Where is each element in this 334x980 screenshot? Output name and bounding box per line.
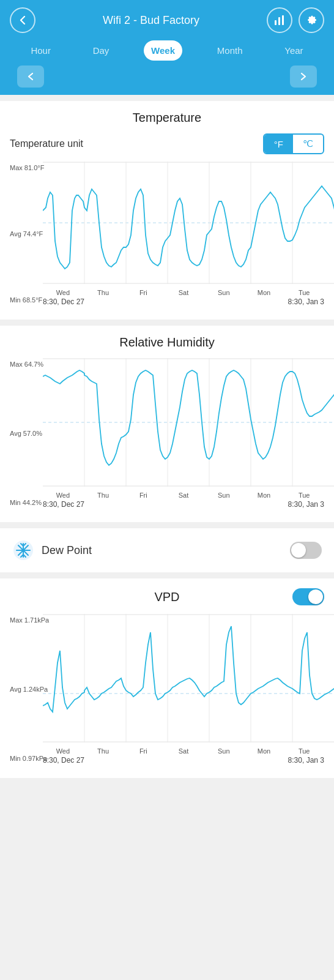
- humidity-y-labels: Max 64.7% Avg 57.0% Min 44.2%: [10, 358, 43, 509]
- dew-point-toggle-knob: [291, 543, 306, 558]
- humidity-x-thu: Thu: [83, 492, 124, 499]
- chevron-right-icon: [299, 72, 308, 81]
- next-button[interactable]: [290, 65, 317, 88]
- svg-rect-2: [282, 15, 284, 25]
- vpd-chart: Max 1.71kPa Avg 1.24kPa Min 0.97kPa Wed …: [10, 614, 324, 765]
- temp-x-labels: Wed Thu Fri Sat Sun Mon Tue: [43, 289, 324, 296]
- vpd-y-labels: Max 1.71kPa Avg 1.24kPa Min 0.97kPa: [10, 614, 49, 765]
- humidity-x-labels: Wed Thu Fri Sat Sun Mon Tue: [43, 492, 324, 499]
- vpd-x-thu: Thu: [83, 747, 124, 755]
- temp-x-thu: Thu: [83, 289, 124, 296]
- svg-rect-1: [278, 17, 280, 25]
- vpd-svg: [43, 614, 334, 742]
- header-icons: [267, 7, 324, 33]
- temperature-chart: Max 81.0°F Avg 74.4°F Min 68.5°F: [10, 162, 324, 306]
- unit-label: Temperature unit: [10, 138, 83, 149]
- humidity-x-sun: Sun: [204, 492, 244, 499]
- temp-x-tue: Tue: [284, 289, 324, 296]
- humidity-date-row: 8:30, Dec 27 8:30, Jan 3: [43, 500, 324, 509]
- dew-point-label: Dew Point: [42, 544, 290, 557]
- temperature-title: Temperature: [10, 111, 324, 125]
- tab-year[interactable]: Year: [277, 40, 310, 61]
- tab-day[interactable]: Day: [86, 40, 117, 61]
- vpd-date-row: 8:30, Dec 27 8:30, Jan 3: [43, 756, 324, 765]
- unit-toggle[interactable]: °F ℃: [263, 133, 324, 154]
- temp-svg-wrap: [43, 162, 324, 286]
- humidity-x-wed: Wed: [43, 492, 83, 499]
- temperature-svg: [43, 162, 334, 284]
- svg-rect-0: [275, 20, 276, 25]
- temp-min-label: Min 68.5°F: [10, 296, 44, 304]
- chevron-left-icon: [26, 72, 35, 81]
- temp-y-labels: Max 81.0°F Avg 74.4°F Min 68.5°F: [10, 162, 44, 306]
- header: Wifi 2 - Bud Factory Hour Day Week Month: [0, 0, 334, 95]
- back-button[interactable]: [10, 7, 35, 33]
- vpd-x-mon: Mon: [244, 747, 284, 755]
- vpd-date-end: 8:30, Jan 3: [288, 756, 324, 765]
- temp-date-start: 8:30, Dec 27: [43, 297, 84, 306]
- temp-x-mon: Mon: [244, 289, 284, 296]
- tab-week[interactable]: Week: [144, 40, 182, 61]
- dew-point-toggle[interactable]: [290, 542, 322, 559]
- vpd-avg-label: Avg 1.24kPa: [10, 686, 49, 693]
- humidity-max-label: Max 64.7%: [10, 361, 43, 368]
- vpd-title: VPD: [114, 590, 219, 604]
- humidity-avg-label: Avg 57.0%: [10, 430, 43, 437]
- chart-button[interactable]: [267, 7, 292, 33]
- humidity-x-fri: Fri: [123, 492, 163, 499]
- tab-month[interactable]: Month: [210, 40, 250, 61]
- settings-button[interactable]: [299, 7, 324, 33]
- vpd-svg-wrap: [43, 614, 324, 745]
- snowflake-icon: [12, 539, 34, 561]
- tab-hour[interactable]: Hour: [23, 40, 58, 61]
- humidity-chart: Max 64.7% Avg 57.0% Min 44.2% Wed Thu: [10, 358, 324, 509]
- humidity-min-label: Min 44.2%: [10, 499, 43, 506]
- vpd-x-sun: Sun: [204, 747, 244, 755]
- humidity-x-mon: Mon: [244, 492, 284, 499]
- vpd-toggle-knob: [308, 589, 323, 604]
- temp-x-fri: Fri: [123, 289, 163, 296]
- humidity-date-end: 8:30, Jan 3: [288, 500, 324, 509]
- unit-row: Temperature unit °F ℃: [10, 133, 324, 154]
- humidity-date-start: 8:30, Dec 27: [43, 500, 84, 509]
- temp-x-sun: Sun: [204, 289, 244, 296]
- vpd-x-sat: Sat: [163, 747, 204, 755]
- tabs-bar: Hour Day Week Month Year: [10, 40, 324, 61]
- settings-icon: [305, 14, 317, 26]
- temp-date-end: 8:30, Jan 3: [288, 297, 324, 306]
- humidity-title: Relative Humidity: [10, 335, 324, 350]
- vpd-x-fri: Fri: [123, 747, 163, 755]
- vpd-min-label: Min 0.97kPa: [10, 755, 49, 762]
- vpd-x-labels: Wed Thu Fri Sat Sun Mon Tue: [43, 747, 324, 755]
- vpd-x-tue: Tue: [284, 747, 324, 755]
- temp-max-label: Max 81.0°F: [10, 164, 44, 171]
- vpd-max-label: Max 1.71kPa: [10, 616, 49, 624]
- dew-point-card: Dew Point: [0, 528, 334, 572]
- vpd-header: VPD: [10, 588, 324, 605]
- chart-icon: [273, 14, 286, 26]
- humidity-svg: [43, 358, 334, 487]
- temperature-card: Temperature Temperature unit °F ℃ Max 81…: [0, 101, 334, 320]
- humidity-x-sat: Sat: [163, 492, 204, 499]
- vpd-card: VPD Max 1.71kPa Avg 1.24kPa Min 0.97kPa: [0, 578, 334, 778]
- prev-button[interactable]: [17, 65, 44, 88]
- nav-bar: [10, 61, 324, 95]
- vpd-toggle[interactable]: [292, 588, 324, 605]
- temp-date-row: 8:30, Dec 27 8:30, Jan 3: [43, 297, 324, 306]
- temp-x-sat: Sat: [163, 289, 204, 296]
- unit-f-button[interactable]: °F: [264, 135, 293, 153]
- page-title: Wifi 2 - Bud Factory: [103, 14, 199, 27]
- header-top: Wifi 2 - Bud Factory: [10, 7, 324, 33]
- vpd-date-start: 8:30, Dec 27: [43, 756, 84, 765]
- temp-avg-label: Avg 74.4°F: [10, 230, 44, 238]
- humidity-x-tue: Tue: [284, 492, 324, 499]
- humidity-card: Relative Humidity Max 64.7% Avg 57.0% Mi…: [0, 326, 334, 522]
- humidity-svg-wrap: [43, 358, 324, 489]
- temp-x-wed: Wed: [43, 289, 83, 296]
- dew-point-icon: [12, 539, 34, 561]
- unit-c-button[interactable]: ℃: [293, 135, 323, 153]
